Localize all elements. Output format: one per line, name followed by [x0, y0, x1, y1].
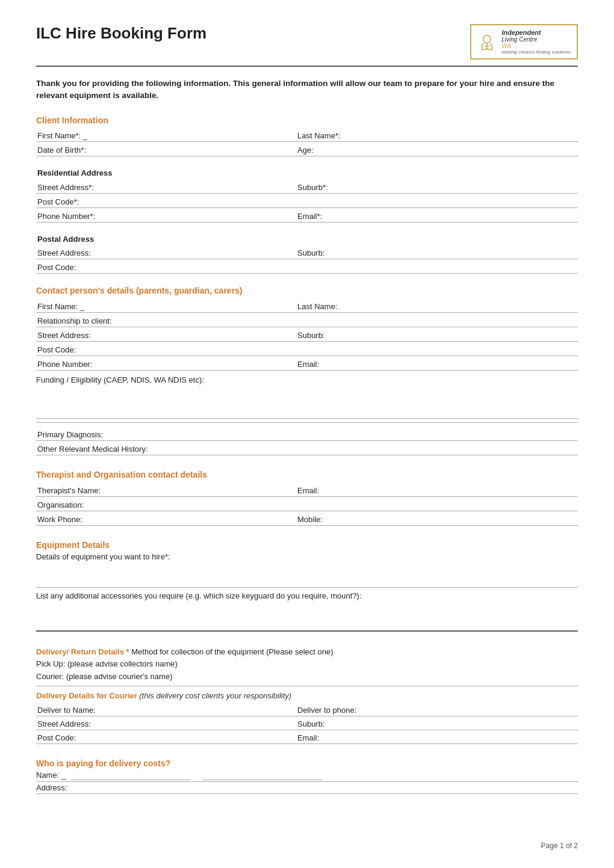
post-postcode-label: Post Code: [36, 259, 296, 274]
courier-delivery-table: Deliver to Name: Deliver to phone: Stree… [36, 703, 578, 745]
table-row: Organisation: [36, 496, 578, 511]
deliver-phone-label: Deliver to phone: [296, 703, 578, 716]
table-row: Post Code: [36, 341, 578, 356]
contact-firstname-label: First Name: _ [36, 298, 296, 312]
therapist-name-label: Therapist's Name: [36, 482, 296, 496]
deliver-street-label: Street Address: [36, 716, 296, 730]
table-row: Post Code*: [36, 193, 578, 208]
table-row: Relationship to client: [36, 312, 578, 327]
section-contact-person: Contact person's details (parents, guard… [36, 286, 578, 295]
page-header: ILC Hire Booking Form Independent Living… [36, 24, 578, 67]
logo-icon [477, 32, 497, 52]
table-row: Street Address: Suburb: [36, 327, 578, 341]
residential-heading: Residential Address [36, 162, 578, 179]
table-row: Post Code: [36, 259, 578, 274]
deliver-email-label: Email: [296, 730, 578, 744]
funding-field[interactable] [36, 386, 578, 419]
table-row: Street Address*: Suburb*: [36, 179, 578, 193]
res-street-label: Street Address*: [36, 179, 296, 193]
accessories-field[interactable] [36, 602, 578, 632]
table-row: Therapist's Name: Email: [36, 482, 578, 496]
contact-suburb-label: Suburb: [296, 327, 578, 341]
table-row: Post Code: Email: [36, 730, 578, 744]
table-row: Primary Diagnosis: [36, 426, 578, 441]
equipment-details-field[interactable] [36, 564, 578, 588]
residential-address-table: Residential Address Street Address*: Sub… [36, 162, 578, 223]
organisation-label: Organisation: [36, 496, 578, 511]
table-row: Street Address: Suburb: [36, 245, 578, 259]
primary-diagnosis-label: Primary Diagnosis: [36, 426, 578, 441]
contact-email-label: Email: [296, 356, 578, 370]
logo-text: Independent Living Centre WA Making choi… [501, 29, 571, 55]
res-suburb-label: Suburb*: [296, 179, 578, 193]
client-info-table: First Name*: _ Last Name*: Date of Birth… [36, 128, 578, 157]
table-row: Work Phone: Mobile: [36, 511, 578, 525]
svg-point-0 [483, 35, 491, 43]
contact-person-table: First Name: _ Last Name: Relationship to… [36, 298, 578, 371]
res-phone-label: Phone Number*: [36, 208, 296, 222]
table-row: Residential Address [36, 162, 578, 179]
courier-delivery-heading-line: Delivery Details for Courier (this deliv… [36, 691, 578, 700]
post-suburb-label: Suburb: [296, 245, 578, 259]
other-history-label: Other Relevant Medical History: [36, 441, 578, 455]
who-pays-address-row: Address: [36, 782, 578, 794]
delivery-heading: Delivery/ Return Details [36, 647, 124, 656]
contact-relationship-label: Relationship to client: [36, 312, 578, 327]
first-name-label: First Name*: _ [36, 128, 296, 142]
funding-area: Funding / Eligibility (CAEP, NDIS, WA ND… [36, 375, 578, 419]
table-row: Other Relevant Medical History: [36, 441, 578, 455]
who-pays-name-row: Name: _ [36, 771, 578, 782]
res-email-label: Email*: [296, 208, 578, 222]
who-pays-section: Who is paying for delivery costs? Name: … [36, 759, 578, 794]
res-postcode-label: Post Code*: [36, 193, 296, 208]
delivery-heading-line: Delivery/ Return Details * Method for co… [36, 646, 578, 659]
therapist-table: Therapist's Name: Email: Organisation: W… [36, 482, 578, 526]
who-pays-name-label: Name: _ [36, 771, 66, 780]
contact-lastname-label: Last Name: [296, 298, 578, 312]
who-pays-heading: Who is paying for delivery costs? [36, 759, 578, 768]
mobile-label: Mobile: [296, 511, 578, 525]
courier-delivery-italic: (this delivery cost clients your respons… [139, 691, 291, 700]
courier-delivery-heading: Delivery Details for Courier [36, 691, 137, 700]
dob-label: Date of Birth*: [36, 142, 296, 156]
divider [36, 422, 578, 423]
deliver-name-label: Deliver to Name: [36, 703, 296, 716]
therapist-email-label: Email: [296, 482, 578, 496]
postal-heading: Postal Address [36, 229, 578, 245]
pickup-line: Pick Up: (please advise collectors name) [36, 658, 578, 671]
section-equipment: Equipment Details [36, 540, 578, 550]
table-row: Phone Number*: Email*: [36, 208, 578, 222]
delivery-return-block: Delivery/ Return Details * Method for co… [36, 646, 578, 686]
section-therapist: Therapist and Organisation contact detai… [36, 470, 578, 479]
delivery-method-text: Method for collection of the equipment (… [131, 647, 333, 656]
table-row: First Name*: _ Last Name*: [36, 128, 578, 142]
page-number: Page 1 of 2 [541, 842, 578, 850]
last-name-label: Last Name*: [296, 128, 578, 142]
postal-address-table: Postal Address Street Address: Suburb: P… [36, 229, 578, 274]
deliver-postcode-label: Post Code: [36, 730, 296, 744]
work-phone-label: Work Phone: [36, 511, 296, 525]
table-row: Phone Number: Email: [36, 356, 578, 370]
equipment-details-label: Details of equipment you want to hire*: [36, 552, 578, 561]
section-client-info: Client Information [36, 115, 578, 125]
table-row: Street Address: Suburb: [36, 716, 578, 730]
table-row: Date of Birth*: Age: [36, 142, 578, 156]
page-title: ILC Hire Booking Form [36, 24, 206, 43]
intro-text: Thank you for providing the following in… [36, 78, 578, 102]
table-row: First Name: _ Last Name: [36, 298, 578, 312]
contact-phone-label: Phone Number: [36, 356, 296, 370]
contact-postcode-label: Post Code: [36, 341, 296, 356]
deliver-suburb-label: Suburb: [296, 716, 578, 730]
logo-area: Independent Living Centre WA Making choi… [470, 24, 578, 60]
post-street-label: Street Address: [36, 245, 296, 259]
who-pays-address-label: Address: [36, 783, 67, 792]
accessories-label: List any additional accessories you requ… [36, 591, 578, 600]
courier-line: Courier: (please advise courier's name) [36, 671, 578, 683]
age-label: Age: [296, 142, 578, 156]
table-row: Deliver to Name: Deliver to phone: [36, 703, 578, 716]
logo-box: Independent Living Centre WA Making choi… [470, 24, 578, 60]
contact-street-label: Street Address: [36, 327, 296, 341]
table-row: Postal Address [36, 229, 578, 245]
funding-label: Funding / Eligibility (CAEP, NDIS, WA ND… [36, 375, 578, 384]
diagnosis-table: Primary Diagnosis: Other Relevant Medica… [36, 426, 578, 456]
